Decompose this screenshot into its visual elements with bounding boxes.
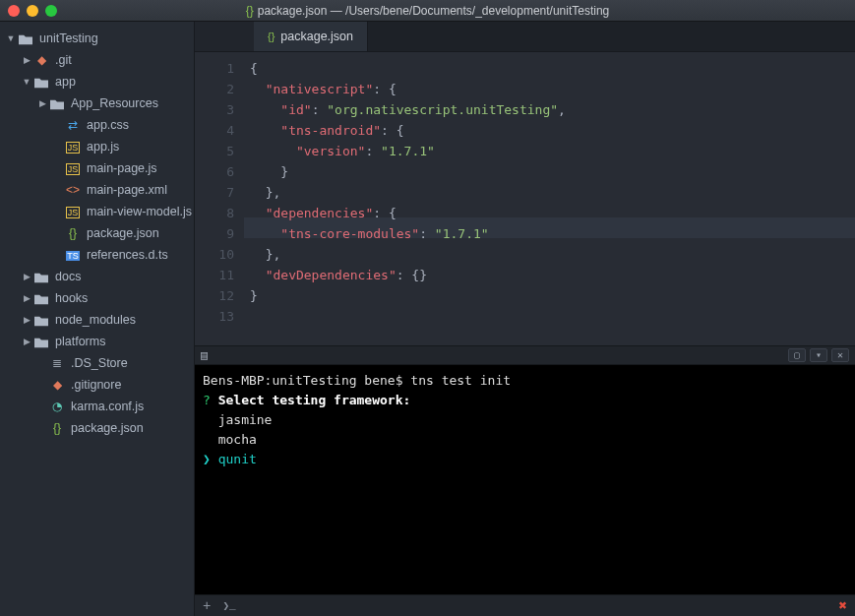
code-line[interactable]: "id": "org.nativescript.unitTesting",	[250, 99, 855, 120]
line-number: 11	[195, 265, 234, 285]
tree-root-label: unitTesting	[39, 31, 98, 45]
code-line[interactable]: "tns-android": {	[250, 120, 855, 141]
collapse-panel-button[interactable]: ▾	[810, 348, 827, 362]
tree-item[interactable]: TSreferences.d.ts	[0, 244, 194, 266]
folder-icon	[33, 335, 49, 348]
line-number: 2	[195, 79, 234, 99]
tree-item[interactable]: ▶node_modules	[0, 309, 194, 331]
titlebar: {}package.json — /Users/bene/Documents/_…	[0, 0, 855, 22]
js-icon: JS	[65, 140, 81, 154]
tree-item[interactable]: ◔karma.conf.js	[0, 396, 194, 417]
terminal-option[interactable]: jasmine	[203, 410, 847, 430]
line-number: 5	[195, 141, 234, 161]
tree-item[interactable]: {}package.json	[0, 222, 194, 244]
folder-open-icon	[18, 31, 33, 45]
tree-item[interactable]: JSapp.js	[0, 136, 194, 157]
code-area[interactable]: { "nativescript": { "id": "org.nativescr…	[244, 52, 855, 345]
code-line[interactable]: },	[250, 182, 855, 203]
maximize-panel-button[interactable]: ▢	[788, 348, 806, 362]
terminal-option[interactable]: ❯ qunit	[203, 450, 847, 469]
chevron-down-icon: ▼	[6, 33, 16, 43]
line-number: 3	[195, 99, 234, 120]
tree-item-label: app.css	[87, 118, 129, 132]
terminal-prompt: Bens-MBP:unitTesting bene$	[203, 373, 403, 388]
code-line[interactable]: }	[250, 161, 855, 182]
tree-item[interactable]: ▶docs	[0, 266, 194, 287]
tree-item[interactable]: {}package.json	[0, 417, 194, 439]
prompt-qmark-icon: ?	[203, 393, 211, 407]
tab-package-json[interactable]: {} package.json	[254, 22, 368, 51]
tree-item-label: docs	[55, 270, 81, 283]
file-tree-sidebar[interactable]: ▼ unitTesting ▶◆.git▼app▶App_Resources⇄a…	[0, 22, 195, 616]
code-line[interactable]: {	[250, 58, 855, 79]
tree-item[interactable]: ◆.gitignore	[0, 374, 194, 396]
code-line[interactable]: }	[250, 285, 855, 306]
js-icon: JS	[65, 161, 81, 175]
tree-item-label: App_Resources	[71, 96, 158, 110]
line-number: 7	[195, 182, 234, 203]
status-bar: + ❯_ ✖	[195, 594, 855, 616]
line-number: 10	[195, 244, 234, 265]
error-indicator-icon[interactable]: ✖	[839, 597, 847, 614]
js-icon: JS	[65, 205, 81, 218]
tree-item[interactable]: ▶platforms	[0, 331, 194, 352]
tree-item-label: platforms	[55, 335, 105, 348]
chevron-right-icon[interactable]: ▶	[22, 272, 31, 281]
terminal-icon[interactable]: ❯_	[222, 599, 235, 612]
karma-icon: ◔	[49, 400, 65, 413]
code-line[interactable]: "tns-core-modules": "1.7.1"	[250, 223, 855, 244]
line-number: 8	[195, 203, 234, 223]
tree-item[interactable]: <>main-page.xml	[0, 179, 194, 201]
terminal-toolbar: ▤ ▢ ▾ ✕	[195, 345, 855, 365]
tree-item[interactable]: ≣.DS_Store	[0, 352, 194, 374]
css-icon: ⇄	[65, 118, 81, 132]
line-number-gutter: 12345678910111213	[195, 52, 244, 345]
tree-item-label: hooks	[55, 291, 88, 305]
line-number: 13	[195, 306, 234, 327]
chevron-down-icon[interactable]: ▼	[22, 77, 31, 87]
chevron-right-icon[interactable]: ▶	[22, 55, 31, 65]
terminal-select-label: Select testing framework:	[211, 393, 411, 407]
chevron-right-icon[interactable]: ▶	[37, 98, 47, 108]
tree-root[interactable]: ▼ unitTesting	[0, 28, 194, 49]
code-editor[interactable]: 12345678910111213 { "nativescript": { "i…	[195, 52, 855, 345]
code-line[interactable]: "dependencies": {	[250, 203, 855, 223]
code-line[interactable]: },	[250, 244, 855, 265]
tree-item[interactable]: ▶App_Resources	[0, 92, 194, 114]
git-icon: ◆	[49, 378, 65, 392]
tree-item[interactable]: ▼app	[0, 71, 194, 92]
line-number: 1	[195, 58, 234, 79]
chevron-right-icon[interactable]: ▶	[22, 315, 31, 325]
terminal-option[interactable]: mocha	[203, 430, 847, 450]
folder-icon	[33, 313, 49, 327]
tree-item-label: .git	[55, 53, 72, 67]
close-panel-button[interactable]: ✕	[831, 348, 849, 362]
ts-icon: TS	[65, 248, 81, 262]
tree-item[interactable]: ▶◆.git	[0, 49, 194, 71]
terminal-option-label: qunit	[218, 452, 257, 466]
json-icon: {}	[246, 4, 254, 18]
json-icon: {}	[268, 31, 275, 42]
tree-item-label: main-page.xml	[87, 183, 167, 197]
add-panel-button[interactable]: +	[203, 598, 211, 614]
line-number: 12	[195, 285, 234, 306]
tree-item[interactable]: JSmain-view-model.js	[0, 201, 194, 222]
folder-icon	[33, 291, 49, 305]
git-icon: ◆	[33, 53, 49, 67]
window-title: {}package.json — /Users/bene/Documents/_…	[0, 4, 855, 18]
tree-item[interactable]: JSmain-page.js	[0, 157, 194, 179]
terminal[interactable]: Bens-MBP:unitTesting bene$ tns test init…	[195, 365, 855, 594]
chevron-right-icon[interactable]: ▶	[22, 293, 31, 303]
gen-icon: ≣	[49, 356, 65, 370]
code-line[interactable]: "version": "1.7.1"	[250, 141, 855, 161]
tree-item[interactable]: ⇄app.css	[0, 114, 194, 136]
tree-item[interactable]: ▶hooks	[0, 287, 194, 309]
json-icon: {}	[65, 226, 81, 240]
tree-item-label: .DS_Store	[71, 356, 128, 370]
code-line[interactable]: "devDependencies": {}	[250, 265, 855, 285]
code-line[interactable]: "nativescript": {	[250, 79, 855, 99]
code-line[interactable]	[250, 306, 855, 327]
tree-item-label: karma.conf.js	[71, 400, 144, 413]
chevron-right-icon[interactable]: ▶	[22, 337, 31, 346]
tab-label: package.json	[280, 30, 353, 43]
